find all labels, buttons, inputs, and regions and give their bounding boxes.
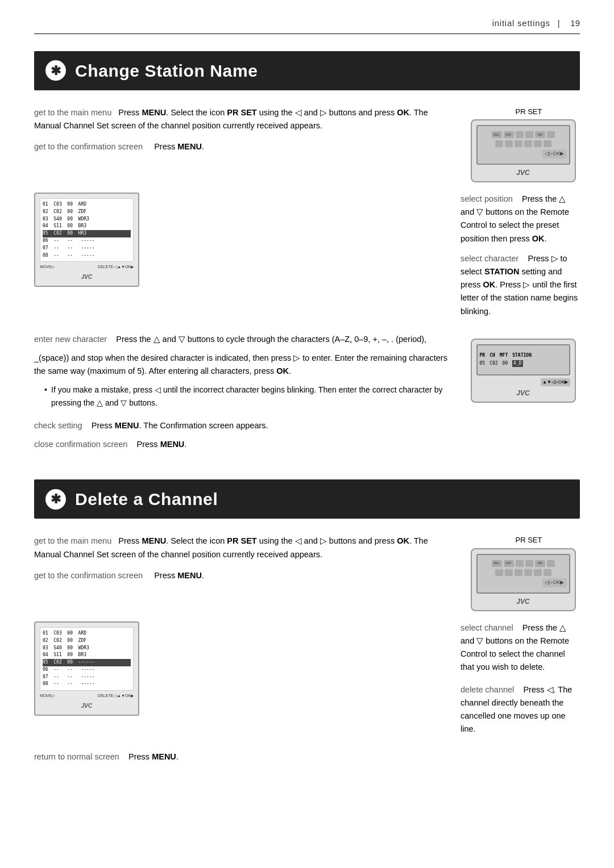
channel-row-1: 01 C03 00 ARD [43,201,131,208]
tv-device-1: REC DAT A/B [471,119,576,182]
s2-step-label-main: get to the main menu [34,536,116,545]
channel-list-2: 01 C03 00 ARD 02 C02 00 ZDF 03 S40 00 WD… [40,627,134,691]
close-confirmation-step: close confirmation screen Press MENU. [34,438,580,451]
s2-tv-btn-b1 [495,569,503,576]
tv-device-2: REC DAT A/B [471,548,576,611]
s2-tv-btn-b2 [505,569,513,576]
s2-tv-btn-b3 [515,569,522,576]
select-character-step: select character Press ▷ to select STATI… [460,252,580,318]
tv-brand-1: JVC [476,168,570,178]
section1-main-menu-area: get to the main menu Press MENU. Select … [34,106,580,183]
val-ch: C02 [489,360,497,367]
channel-footer-2: MOVE▷ DELETE:◁▲▼OK▶ [40,693,134,699]
tv-btn-b4 [524,140,532,147]
channel-row-3: 03 S40 00 WDR3 [43,216,131,223]
select-position-block: select position Press the △ and ▽ button… [460,193,580,245]
step-label-main: get to the main menu [34,108,116,117]
col-pr: PR [480,352,486,359]
station-brand: JVC [476,388,570,398]
section1-channel-device-area: 01 C03 00 ARD 02 C02 00 ZDF 03 S40 00 WD… [34,193,443,325]
header-divider: | [555,17,561,30]
val-mft: 00 [503,360,508,367]
section2-bottom-steps: return to normal screen Press MENU. [34,750,580,763]
s2-channel-row-8: 08 -- -- ----- [43,681,131,688]
station-data-row: 05 C02 00 A_D [480,360,567,367]
section2-middle-area: 01 C03 00 ARD 02 C02 00 ZDF 03 S40 00 WD… [34,621,580,743]
station-dpad: ▲▼◁▷OK▶ [476,378,570,386]
tv-btn-dat: DAT [504,131,514,138]
section1-icon: ✱ [45,60,66,81]
val-pr: 05 [480,360,486,367]
section1-title: Change Station Name [75,58,258,84]
section2-heading: ✱ Delete a Channel [34,479,580,519]
delete-channel-label: delete channel [460,685,521,694]
s2-tv-btn-w1 [516,560,524,567]
channel-footer-1: MOVE▷ DELETE:◁▲▼OK▶ [40,264,134,270]
s2-channel-row-7: 07 -- -- ----- [43,674,131,681]
station-screen-content: PR CH MFT STATION 05 C02 00 A_D [480,352,567,367]
delete-channel-step: delete channel Press ◁. The channel dire… [460,683,580,736]
s2-channel-row-1: 01 C03 00 ARD [43,630,131,637]
tv-btn-b6 [544,140,551,147]
s2-tv-btn-w2 [525,560,533,567]
tv-btn-ab: A/B [535,131,545,138]
tv-screen-2: REC DAT A/B [476,554,570,594]
section-name: initial settings [492,17,550,30]
select-channel-step: select channel Press the △ and ▽ buttons… [460,621,580,674]
s2-channel-row-2: 02 C02 00 ZDF [43,637,131,645]
tv-dpad-1: ◁▷OK▶ [542,149,566,158]
tv-btn-rec: REC [492,131,502,138]
channel-device-2: 01 C03 00 ARD 02 C02 00 ZDF 03 S40 00 WD… [34,621,139,716]
close-confirmation-label: close confirmation screen [34,440,135,449]
section2-pr-set-device: PR SET REC DAT A/B [466,535,580,611]
check-setting-step: check setting Press MENU. The Confirmati… [34,419,580,432]
s2-channel-row-4: 04 S11 00 BR3 [43,652,131,659]
val-station: A_D [512,360,522,367]
s2-tv-btn-b6 [544,569,551,576]
select-channel-label: select channel [460,623,520,632]
section1-steps-right: select position Press the △ and ▽ button… [460,193,580,325]
s2-main-menu-step: get to the main menu Press MENU. Select … [34,535,449,561]
s2-confirmation-step: get to the confirmation screen Press MEN… [34,569,449,582]
channel-row-7: 07 -- -- ----- [43,245,131,252]
tv-btn-w1 [516,131,524,138]
channel-brand-1: JVC [40,273,134,281]
s2-tv-btn-ab: A/B [535,560,545,567]
s2-channel-row-3: 03 S40 00 WDR3 [43,645,131,652]
s2-channel-row-6: 06 -- -- ----- [43,666,131,674]
pr-set-label: PR SET [504,106,542,118]
channel-row-2: 02 C02 00 ZDF [43,208,131,216]
section1-main-menu-text: get to the main menu Press MENU. Select … [34,106,449,183]
col-ch: CH [489,352,495,359]
section1-station-device: PR CH MFT STATION 05 C02 00 A_D [466,333,580,409]
section2-steps-right: select channel Press the △ and ▽ buttons… [460,621,580,743]
col-station: STATION [512,352,532,359]
section1-enter-char-text: enter new character Press the △ and ▽ bu… [34,333,449,409]
section1-enter-char-area: enter new character Press the △ and ▽ bu… [34,333,580,409]
tv-btn-b1 [495,140,503,147]
station-dpad-buttons: ▲▼◁▷OK▶ [541,378,570,386]
s2-tv-btn-b4 [524,569,532,576]
s2-tv-btn-dat: DAT [504,560,514,567]
select-channel-block: select channel Press the △ and ▽ buttons… [460,621,580,674]
return-normal-label: return to normal screen [34,752,126,761]
section2-icon: ✱ [45,489,66,510]
s2-step-label-confirm: get to the confirmation screen [34,571,152,580]
s2-tv-dpad: ◁▷OK▶ [542,578,566,587]
select-position-step: select position Press the △ and ▽ button… [460,193,580,245]
tv-brand-2: JVC [476,596,570,607]
station-header-row: PR CH MFT STATION [480,352,567,359]
tv-btn-b2 [505,140,513,147]
channel-row-6: 06 -- -- ----- [43,237,131,245]
station-device-1: PR CH MFT STATION 05 C02 00 A_D [471,339,576,403]
page-number: 19 [570,17,580,30]
s2-channel-footer-delete: DELETE:◁▲▼OK▶ [98,693,134,699]
channel-row-8: 08 -- -- ----- [43,252,131,260]
channel-device-1: 01 C03 00 ARD 02 C02 00 ZDF 03 S40 00 WD… [34,193,139,287]
bullet-item-1: If you make a mistake, press ◁ until the… [44,383,449,409]
enter-char-step: enter new character Press the △ and ▽ bu… [34,333,449,346]
section1-pr-set-device: PR SET REC DAT A/B [466,106,580,183]
delete-channel-block: delete channel Press ◁. The channel dire… [460,683,580,736]
page: initial settings | 19 ✱ Change Station N… [0,0,614,792]
check-setting-label: check setting [34,421,89,430]
